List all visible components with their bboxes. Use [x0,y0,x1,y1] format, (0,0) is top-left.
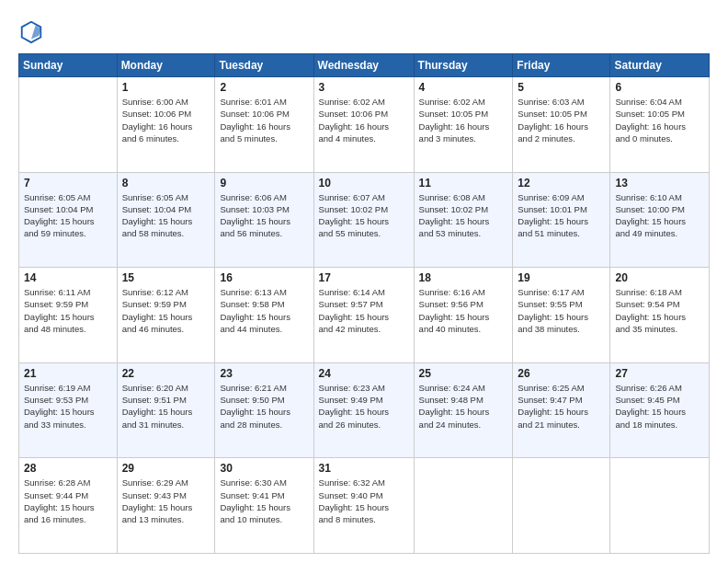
calendar-cell [610,458,710,554]
calendar-cell: 20Sunrise: 6:18 AM Sunset: 9:54 PM Dayli… [610,268,710,363]
calendar-cell: 15Sunrise: 6:12 AM Sunset: 9:59 PM Dayli… [117,268,215,363]
day-number: 26 [518,367,605,380]
day-info: Sunrise: 6:09 AM Sunset: 10:01 PM Daylig… [518,191,605,240]
day-number: 28 [24,462,112,475]
day-number: 23 [220,367,308,380]
day-info: Sunrise: 6:28 AM Sunset: 9:44 PM Dayligh… [24,477,112,525]
calendar-cell: 14Sunrise: 6:11 AM Sunset: 9:59 PM Dayli… [19,268,118,363]
day-info: Sunrise: 6:14 AM Sunset: 9:57 PM Dayligh… [319,286,409,335]
calendar-cell: 4Sunrise: 6:02 AM Sunset: 10:05 PM Dayli… [414,77,513,173]
day-info: Sunrise: 6:25 AM Sunset: 9:47 PM Dayligh… [518,382,605,431]
calendar-cell: 3Sunrise: 6:02 AM Sunset: 10:06 PM Dayli… [313,77,414,173]
day-number: 16 [220,271,308,284]
day-number: 22 [122,367,210,380]
svg-marker-1 [31,25,40,39]
calendar-cell: 6Sunrise: 6:04 AM Sunset: 10:05 PM Dayli… [610,77,710,173]
day-info: Sunrise: 6:32 AM Sunset: 9:40 PM Dayligh… [319,477,409,525]
calendar-cell: 27Sunrise: 6:26 AM Sunset: 9:45 PM Dayli… [610,362,710,458]
day-info: Sunrise: 6:26 AM Sunset: 9:45 PM Dayligh… [615,382,704,431]
day-number: 21 [24,367,112,380]
day-info: Sunrise: 6:03 AM Sunset: 10:05 PM Daylig… [518,96,605,144]
day-number: 20 [615,271,704,284]
day-number: 14 [24,271,112,284]
day-number: 24 [319,367,409,380]
calendar-cell: 29Sunrise: 6:29 AM Sunset: 9:43 PM Dayli… [117,458,215,554]
day-header-wednesday: Wednesday [313,54,414,77]
logo [18,18,48,44]
day-info: Sunrise: 6:19 AM Sunset: 9:53 PM Dayligh… [24,382,112,431]
calendar-cell: 28Sunrise: 6:28 AM Sunset: 9:44 PM Dayli… [19,458,118,554]
header-row: SundayMondayTuesdayWednesdayThursdayFrid… [19,54,710,77]
calendar-cell: 31Sunrise: 6:32 AM Sunset: 9:40 PM Dayli… [313,458,414,554]
calendar-cell: 8Sunrise: 6:05 AM Sunset: 10:04 PM Dayli… [117,172,215,268]
calendar-cell: 10Sunrise: 6:07 AM Sunset: 10:02 PM Dayl… [313,172,414,268]
day-number: 10 [319,177,409,190]
day-number: 19 [518,271,605,284]
day-info: Sunrise: 6:12 AM Sunset: 9:59 PM Dayligh… [122,286,210,335]
day-info: Sunrise: 6:23 AM Sunset: 9:49 PM Dayligh… [319,382,409,431]
day-number: 4 [419,81,508,94]
calendar-cell: 24Sunrise: 6:23 AM Sunset: 9:49 PM Dayli… [313,362,414,458]
calendar-cell: 22Sunrise: 6:20 AM Sunset: 9:51 PM Dayli… [117,362,215,458]
day-info: Sunrise: 6:07 AM Sunset: 10:02 PM Daylig… [319,191,409,240]
day-number: 30 [220,462,308,475]
calendar-cell: 19Sunrise: 6:17 AM Sunset: 9:55 PM Dayli… [513,268,610,363]
calendar-cell: 2Sunrise: 6:01 AM Sunset: 10:06 PM Dayli… [215,77,313,173]
page: SundayMondayTuesdayWednesdayThursdayFrid… [0,0,728,563]
day-number: 29 [122,462,210,475]
day-header-sunday: Sunday [19,54,118,77]
calendar-cell: 1Sunrise: 6:00 AM Sunset: 10:06 PM Dayli… [117,77,215,173]
calendar-cell: 7Sunrise: 6:05 AM Sunset: 10:04 PM Dayli… [19,172,118,268]
calendar-cell: 23Sunrise: 6:21 AM Sunset: 9:50 PM Dayli… [215,362,313,458]
calendar-cell: 26Sunrise: 6:25 AM Sunset: 9:47 PM Dayli… [513,362,610,458]
calendar-cell: 13Sunrise: 6:10 AM Sunset: 10:00 PM Dayl… [610,172,710,268]
week-row-5: 28Sunrise: 6:28 AM Sunset: 9:44 PM Dayli… [19,458,710,554]
day-info: Sunrise: 6:04 AM Sunset: 10:05 PM Daylig… [615,96,704,144]
day-info: Sunrise: 6:30 AM Sunset: 9:41 PM Dayligh… [220,477,308,525]
calendar-cell: 9Sunrise: 6:06 AM Sunset: 10:03 PM Dayli… [215,172,313,268]
day-info: Sunrise: 6:11 AM Sunset: 9:59 PM Dayligh… [24,286,112,335]
calendar-cell: 17Sunrise: 6:14 AM Sunset: 9:57 PM Dayli… [313,268,414,363]
day-header-saturday: Saturday [610,54,710,77]
week-row-3: 14Sunrise: 6:11 AM Sunset: 9:59 PM Dayli… [19,268,710,363]
calendar-cell: 18Sunrise: 6:16 AM Sunset: 9:56 PM Dayli… [414,268,513,363]
calendar-cell: 5Sunrise: 6:03 AM Sunset: 10:05 PM Dayli… [513,77,610,173]
day-number: 31 [319,462,409,475]
week-row-1: 1Sunrise: 6:00 AM Sunset: 10:06 PM Dayli… [19,77,710,173]
day-info: Sunrise: 6:10 AM Sunset: 10:00 PM Daylig… [615,191,704,240]
day-number: 25 [419,367,508,380]
day-number: 5 [518,81,605,94]
day-info: Sunrise: 6:02 AM Sunset: 10:06 PM Daylig… [319,96,409,144]
day-number: 1 [122,81,210,94]
logo-icon [18,18,44,44]
day-info: Sunrise: 6:08 AM Sunset: 10:02 PM Daylig… [419,191,508,240]
day-number: 2 [220,81,308,94]
day-info: Sunrise: 6:13 AM Sunset: 9:58 PM Dayligh… [220,286,308,335]
calendar-cell [19,77,118,173]
day-number: 15 [122,271,210,284]
day-info: Sunrise: 6:20 AM Sunset: 9:51 PM Dayligh… [122,382,210,431]
day-info: Sunrise: 6:29 AM Sunset: 9:43 PM Dayligh… [122,477,210,525]
day-number: 11 [419,177,508,190]
calendar-cell [414,458,513,554]
calendar-cell: 11Sunrise: 6:08 AM Sunset: 10:02 PM Dayl… [414,172,513,268]
day-info: Sunrise: 6:01 AM Sunset: 10:06 PM Daylig… [220,96,308,144]
calendar-cell: 30Sunrise: 6:30 AM Sunset: 9:41 PM Dayli… [215,458,313,554]
week-row-2: 7Sunrise: 6:05 AM Sunset: 10:04 PM Dayli… [19,172,710,268]
header [18,18,710,44]
calendar-cell: 16Sunrise: 6:13 AM Sunset: 9:58 PM Dayli… [215,268,313,363]
calendar-table: SundayMondayTuesdayWednesdayThursdayFrid… [18,53,710,554]
week-row-4: 21Sunrise: 6:19 AM Sunset: 9:53 PM Dayli… [19,362,710,458]
day-number: 3 [319,81,409,94]
day-number: 8 [122,177,210,190]
day-info: Sunrise: 6:05 AM Sunset: 10:04 PM Daylig… [122,191,210,240]
day-number: 7 [24,177,112,190]
day-info: Sunrise: 6:21 AM Sunset: 9:50 PM Dayligh… [220,382,308,431]
day-number: 6 [615,81,704,94]
day-info: Sunrise: 6:17 AM Sunset: 9:55 PM Dayligh… [518,286,605,335]
calendar-cell [513,458,610,554]
day-number: 18 [419,271,508,284]
day-header-monday: Monday [117,54,215,77]
day-info: Sunrise: 6:05 AM Sunset: 10:04 PM Daylig… [24,191,112,240]
day-header-thursday: Thursday [414,54,513,77]
